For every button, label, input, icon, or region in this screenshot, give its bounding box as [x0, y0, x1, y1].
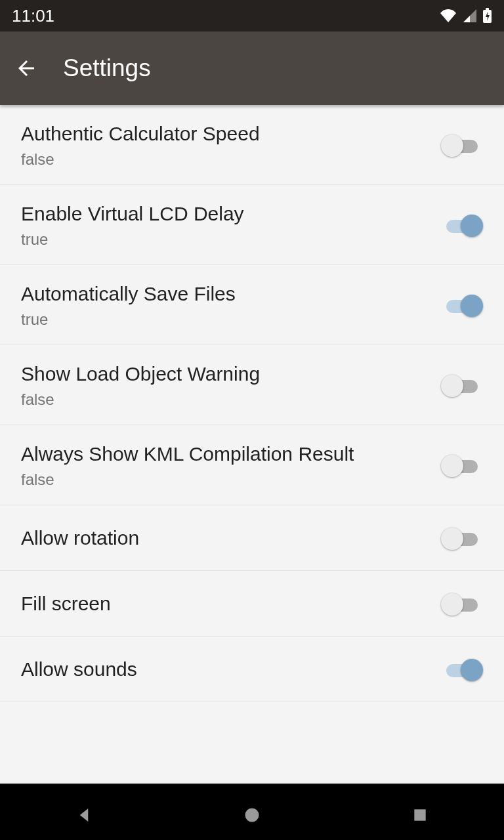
triangle-back-icon — [74, 805, 94, 825]
toggle-switch[interactable] — [441, 372, 483, 398]
setting-allow-rotation[interactable]: Allow rotation — [0, 505, 504, 571]
setting-automatically-save-files[interactable]: Automatically Save Filestrue — [0, 265, 504, 345]
battery-icon — [482, 8, 492, 24]
setting-title: Automatically Save Files — [21, 281, 425, 306]
setting-subtitle: false — [21, 150, 425, 169]
setting-subtitle: false — [21, 471, 425, 489]
status-bar: 11:01 — [0, 0, 504, 32]
toggle-switch[interactable] — [441, 212, 483, 238]
cellular-icon — [463, 9, 477, 23]
setting-fill-screen[interactable]: Fill screen — [0, 571, 504, 637]
toggle-switch[interactable] — [441, 656, 483, 682]
nav-recent-button[interactable] — [381, 795, 459, 835]
circle-home-icon — [243, 806, 261, 824]
wifi-icon — [439, 9, 457, 23]
setting-text: Allow sounds — [21, 656, 441, 682]
square-recent-icon — [411, 807, 429, 824]
switch-thumb — [461, 659, 483, 681]
setting-subtitle: true — [21, 310, 425, 329]
toggle-switch[interactable] — [441, 452, 483, 478]
setting-enable-virtual-lcd-delay[interactable]: Enable Virtual LCD Delaytrue — [0, 185, 504, 265]
setting-title: Allow sounds — [21, 656, 425, 682]
navigation-bar — [0, 784, 504, 840]
toggle-switch[interactable] — [441, 591, 483, 617]
svg-rect-1 — [486, 8, 489, 10]
setting-title: Authentic Calculator Speed — [21, 121, 425, 146]
switch-thumb — [441, 593, 463, 616]
switch-thumb — [441, 375, 463, 397]
app-bar: Settings — [0, 32, 504, 105]
setting-always-show-kml-compilation-result[interactable]: Always Show KML Compilation Resultfalse — [0, 425, 504, 505]
setting-allow-sounds[interactable]: Allow sounds — [0, 637, 504, 702]
setting-text: Show Load Object Warningfalse — [21, 361, 441, 409]
switch-thumb — [441, 528, 463, 550]
setting-text: Always Show KML Compilation Resultfalse — [21, 441, 441, 489]
page-title: Settings — [63, 54, 151, 82]
svg-rect-3 — [414, 809, 425, 820]
setting-title: Always Show KML Compilation Result — [21, 441, 425, 467]
arrow-back-icon — [14, 56, 38, 80]
toggle-switch[interactable] — [441, 292, 483, 318]
setting-show-load-object-warning[interactable]: Show Load Object Warningfalse — [0, 345, 504, 425]
switch-thumb — [441, 455, 463, 477]
switch-thumb — [461, 295, 483, 317]
status-icons — [439, 8, 492, 24]
setting-title: Fill screen — [21, 591, 425, 616]
setting-subtitle: true — [21, 230, 425, 249]
switch-thumb — [441, 135, 463, 157]
setting-text: Enable Virtual LCD Delaytrue — [21, 201, 441, 249]
back-button[interactable] — [10, 52, 42, 84]
setting-text: Authentic Calculator Speedfalse — [21, 121, 441, 169]
setting-title: Allow rotation — [21, 525, 425, 551]
toggle-switch[interactable] — [441, 525, 483, 551]
settings-list[interactable]: Authentic Calculator SpeedfalseEnable Vi… — [0, 105, 504, 784]
nav-home-button[interactable] — [213, 795, 291, 835]
setting-text: Allow rotation — [21, 525, 441, 551]
status-time: 11:01 — [12, 6, 54, 26]
setting-authentic-calculator-speed[interactable]: Authentic Calculator Speedfalse — [0, 105, 504, 185]
setting-title: Enable Virtual LCD Delay — [21, 201, 425, 226]
nav-back-button[interactable] — [45, 795, 123, 835]
setting-title: Show Load Object Warning — [21, 361, 425, 387]
setting-text: Fill screen — [21, 591, 441, 616]
setting-text: Automatically Save Filestrue — [21, 281, 441, 329]
switch-thumb — [461, 215, 483, 237]
svg-point-2 — [245, 808, 259, 822]
toggle-switch[interactable] — [441, 132, 483, 158]
setting-subtitle: false — [21, 390, 425, 409]
